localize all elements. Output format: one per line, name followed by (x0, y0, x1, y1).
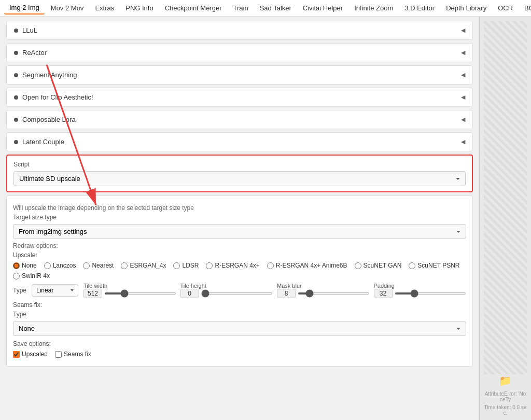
nav-item-img-2-img[interactable]: Img 2 Img (4, 2, 45, 15)
target-size-dropdown[interactable]: From img2img settingsCustom sizeScale fr… (13, 224, 466, 239)
save-options-checkboxes: Upscaled Seams fix (13, 351, 466, 358)
seams-fix-save-label: Seams fix (64, 351, 91, 358)
type-label: Type (13, 287, 26, 294)
redraw-options-label: Redraw options: (13, 242, 466, 249)
upscaled-checkbox-label[interactable]: Upscaled (13, 351, 48, 358)
upscaler-option-ldsr[interactable]: LDSR (173, 262, 199, 269)
tile-width-value: 512 (83, 289, 102, 298)
padding-group: Padding 32 (374, 283, 467, 298)
tile-width-slider[interactable] (104, 292, 176, 295)
target-size-label: Target size type (13, 214, 466, 221)
upscaler-option-esrgan_4x[interactable]: ESRGAN_4x (121, 262, 166, 269)
left-panel: LLuL ◀ ReActor ◀ Segment Anything ◀ Open… (0, 17, 479, 420)
script-label: Script (13, 161, 466, 168)
save-options-label: Save options: (13, 340, 466, 347)
time-text: Time taken: 0.0 sec. (484, 404, 527, 416)
nav-item-bop[interactable]: BOP (519, 2, 531, 14)
sliders-group: Tile width 512 Tile height 0 (83, 283, 466, 298)
tile-height-label: Tile height (180, 283, 273, 289)
nav-item-ocr[interactable]: OCR (493, 2, 518, 14)
upscaler-option-scunetpsnr[interactable]: ScuNET PSNR (409, 262, 459, 269)
script-dropdown[interactable]: NoneUltimate SD upscaleOther Script (13, 171, 466, 186)
padding-label: Padding (374, 283, 467, 289)
mask-blur-label: Mask blur (277, 283, 370, 289)
upscaler-option-nearest[interactable]: Nearest (83, 262, 114, 269)
seams-fix-type-dropdown[interactable]: NoneBand passHalf tile offset passHalf t… (13, 321, 466, 336)
upscaled-checkbox[interactable] (13, 351, 20, 358)
accordion-item[interactable]: ReActor ◀ (6, 43, 473, 62)
seams-fix-checkbox-label[interactable]: Seams fix (55, 351, 91, 358)
padding-value: 32 (374, 289, 393, 298)
nav-item-civitai-helper[interactable]: Civitai Helper (298, 2, 348, 14)
upscaled-label: Upscaled (22, 351, 48, 358)
nav-item-train[interactable]: Train (228, 2, 254, 14)
right-panel-bg (484, 21, 527, 374)
nav-item-checkpoint-merger[interactable]: Checkpoint Merger (160, 2, 227, 14)
nav-item-mov-2-mov[interactable]: Mov 2 Mov (46, 2, 89, 14)
tile-height-slider[interactable] (201, 292, 273, 295)
accordion-item[interactable]: Composable Lora ◀ (6, 110, 473, 129)
script-section: Script NoneUltimate SD upscaleOther Scri… (6, 155, 473, 192)
accordion-container: LLuL ◀ ReActor ◀ Segment Anything ◀ Open… (6, 21, 473, 151)
accordion-item[interactable]: LLuL ◀ (6, 21, 473, 40)
nav-item-infinite-zoom[interactable]: Infinite Zoom (349, 2, 398, 14)
seams-fix-type-label: Type (13, 311, 466, 318)
nav-item-3-d-editor[interactable]: 3 D Editor (399, 2, 440, 14)
padding-slider[interactable] (395, 292, 467, 295)
upscaler-option-swinir4x[interactable]: SwinIR 4x (13, 272, 50, 279)
type-select[interactable]: LinearChessNone (32, 284, 78, 297)
upscaler-option-r-esrgan4x+[interactable]: R-ESRGAN 4x+ (206, 262, 259, 269)
upscale-info: Will upscale the image depending on the … (13, 204, 466, 212)
mask-blur-slider[interactable] (298, 292, 370, 295)
seams-fix-section-label: Seams fix: (13, 301, 466, 309)
seams-fix-save-checkbox[interactable] (55, 351, 62, 358)
upscaler-radio-group: NoneLanczosNearestESRGAN_4xLDSRR-ESRGAN … (13, 262, 466, 279)
accordion-item[interactable]: Latent Couple ◀ (6, 132, 473, 151)
tile-height-group: Tile height 0 (180, 283, 273, 298)
accordion-item[interactable]: Segment Anything ◀ (6, 65, 473, 85)
tile-width-label: Tile width (83, 283, 176, 289)
type-select-wrap: LinearChessNone (32, 284, 78, 297)
mask-blur-group: Mask blur 8 (277, 283, 370, 298)
nav-item-extras[interactable]: Extras (90, 2, 119, 14)
tile-height-value: 0 (180, 289, 199, 298)
nav-item-png-info[interactable]: PNG Info (120, 2, 158, 14)
options-section: Will upscale the image depending on the … (6, 195, 473, 367)
upscaler-option-lanczos[interactable]: Lanczos (44, 262, 76, 269)
accordion-item[interactable]: Open for Clip Aesthetic! ◀ (6, 88, 473, 107)
mask-blur-value: 8 (277, 289, 296, 298)
error-text: AttributeError: 'NoneTy (484, 391, 527, 402)
upscaler-label: Upscaler (13, 251, 466, 259)
tile-width-group: Tile width 512 (83, 283, 176, 298)
upscaler-option-scunetgan[interactable]: ScuNET GAN (355, 262, 402, 269)
nav-bar: Img 2 ImgMov 2 MovExtrasPNG InfoCheckpoi… (0, 0, 531, 17)
upscaler-option-none[interactable]: None (13, 262, 37, 269)
upscaler-option-r-esrgan4x+anime6b[interactable]: R-ESRGAN 4x+ Anime6B (267, 262, 347, 269)
folder-icon[interactable]: 📁 (499, 374, 512, 387)
nav-item-depth-library[interactable]: Depth Library (441, 2, 492, 14)
nav-item-sad-talker[interactable]: Sad Talker (255, 2, 297, 14)
type-and-sliders-row: Type LinearChessNone Tile width 512 (13, 283, 466, 298)
right-panel: 📁 AttributeError: 'NoneTy Time taken: 0.… (479, 17, 531, 420)
